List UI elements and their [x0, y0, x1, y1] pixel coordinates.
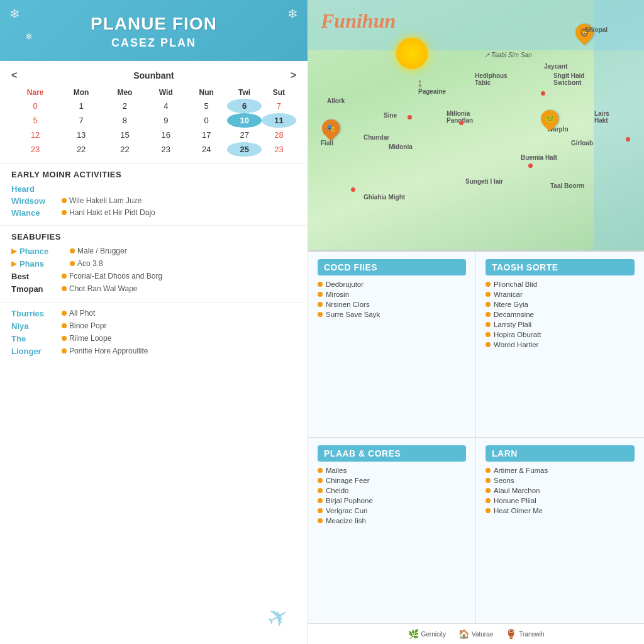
cal-cell[interactable]: 5 — [11, 113, 59, 128]
list-text: Plionchal Blid — [494, 280, 537, 288]
map-char-pageaine: 🧑‍🦯 — [415, 80, 423, 87]
map-label-lairs: LairsHakt — [594, 110, 609, 124]
list-text: Seons — [494, 477, 514, 484]
snowflake-tl: ❄ — [9, 6, 20, 21]
list-item: Chinage Feer — [318, 477, 466, 484]
cal-cell[interactable]: 25 — [227, 142, 261, 157]
cal-cell[interactable]: 11 — [262, 113, 296, 128]
cal-cell[interactable]: 23 — [147, 142, 186, 157]
next-month-button[interactable]: > — [291, 70, 296, 81]
tburrie-desc: Binoe Popr — [62, 321, 106, 330]
list-item: Alaul Marchon — [486, 487, 635, 494]
cal-cell[interactable]: 28 — [262, 128, 296, 142]
map-pin-fiali[interactable]: 🎭 — [322, 119, 340, 137]
cal-cell[interactable]: 13 — [59, 128, 103, 142]
list-dot — [486, 322, 491, 327]
cocd-fiies-box: Cocd Fiies DedbrujutorMirosinNrsinen Clo… — [308, 252, 476, 438]
seafuties-title: Seabufies — [11, 232, 296, 242]
cal-cell[interactable]: 23 — [11, 142, 59, 157]
list-text: Decamnsine — [494, 311, 534, 318]
list-dot — [318, 518, 323, 523]
sea-item: Tmopan Chot Ran Wal Wape — [11, 284, 296, 294]
cal-cell[interactable]: 2 — [103, 99, 146, 113]
cal-cell[interactable]: 27 — [227, 128, 261, 142]
cal-cell[interactable]: 16 — [147, 128, 186, 142]
map-dot-4 — [626, 137, 630, 142]
cal-cell[interactable]: 22 — [59, 142, 103, 157]
activity-item: Wirdsow Wile Hakeli Lam Juze — [11, 196, 296, 206]
list-text: Birjal Puphone — [326, 497, 373, 504]
calendar-month-label: Sounbant — [133, 70, 174, 80]
right-panel: Funihun ↗ Taabl Sim San Allork Sine Page… — [308, 0, 644, 644]
map-label-shgit: Shgit HaidSwicbont — [553, 72, 584, 86]
list-item: Surre Save Sayk — [318, 311, 466, 318]
dot-icon — [70, 248, 75, 253]
list-text: Honune Pliial — [494, 497, 536, 504]
cal-header-meo: Meo — [103, 86, 146, 99]
cal-cell[interactable]: 6 — [227, 99, 261, 113]
list-item: Nrsinen Clors — [318, 301, 466, 308]
cal-header-wid: Wid — [147, 86, 186, 99]
tburrie-desc: Ponifie Hore Approullite — [62, 347, 148, 355]
larn-list: Artimer & FumasSeonsAlaul MarchonHonune … — [486, 467, 635, 514]
list-dot — [486, 282, 491, 287]
list-text: Ntere Gyia — [494, 301, 528, 308]
list-dot — [486, 478, 491, 483]
left-panel: ❄ ❄ ❄ Planue Fion Casez Plan < Sounbant … — [0, 0, 308, 644]
sea-label: Tmopan — [11, 284, 62, 294]
list-text: Chinage Feer — [326, 477, 370, 484]
taosh-sorte-title: Taosh Sorte — [486, 259, 635, 275]
cal-cell[interactable]: 4 — [147, 99, 186, 113]
dot-icon — [62, 198, 67, 203]
cal-cell[interactable]: 12 — [11, 128, 59, 142]
cal-cell[interactable]: 0 — [11, 99, 59, 113]
cal-cell[interactable]: 9 — [147, 113, 186, 128]
list-dot — [318, 498, 323, 503]
tburrie-item: Tburries All Phot — [11, 309, 296, 318]
tburrie-label: The — [11, 334, 62, 343]
cal-cell[interactable]: 15 — [103, 128, 146, 142]
cal-header-nun: Nun — [186, 86, 227, 99]
info-grid: Cocd Fiies DedbrujutorMirosinNrsinen Clo… — [308, 252, 644, 623]
list-dot — [318, 292, 323, 297]
map-area: Funihun ↗ Taabl Sim San Allork Sine Page… — [308, 0, 644, 252]
cal-cell[interactable]: 22 — [103, 142, 146, 157]
list-text: Cheido — [326, 487, 348, 494]
cal-cell[interactable]: 5 — [186, 99, 227, 113]
cal-cell[interactable]: 0 — [186, 113, 227, 128]
cocd-list: DedbrujutorMirosinNrsinen ClorsSurre Sav… — [318, 280, 466, 318]
prev-month-button[interactable]: < — [11, 70, 17, 81]
taosh-list: Plionchal BlidWranicarNtere GyiaDecamnsi… — [486, 280, 635, 348]
tburrie-desc: All Phot — [62, 309, 95, 318]
plaab-cores-box: Plaab & Cores MailesChinage FeerCheidoBi… — [308, 438, 476, 624]
map-label-hedlphous: HedlphousTabic — [475, 72, 508, 86]
sea-item: ▶ Phance Male / Brugger — [11, 247, 296, 256]
list-text: Dedbrujutor — [326, 280, 364, 288]
sea-item: Best Fcorial-Eat Dhoos and Borg — [11, 272, 296, 281]
list-text: Larrsty Plali — [494, 321, 531, 328]
list-dot — [318, 508, 323, 513]
map-dot-6 — [351, 187, 355, 192]
cal-cell[interactable]: 8 — [103, 113, 146, 128]
larn-title: Larn — [486, 445, 635, 462]
list-dot — [486, 508, 491, 513]
activity-item: Wiance Hanl Hakt et Hir Pidt Dajo — [11, 208, 296, 218]
cal-cell[interactable]: 10 — [227, 113, 261, 128]
activity-label: Heard — [11, 184, 62, 194]
cal-cell[interactable]: 7 — [262, 99, 296, 113]
list-item: Verigrac Cun — [318, 507, 466, 514]
dot-icon — [62, 311, 67, 316]
cal-cell[interactable]: 24 — [186, 142, 227, 157]
cal-cell[interactable]: 23 — [262, 142, 296, 157]
cal-cell[interactable]: 17 — [186, 128, 227, 142]
seafuties-list: ▶ Phance Male / Brugger ▶ Phans Aco 3.8 … — [11, 247, 296, 294]
map-pin-warpln[interactable]: 🐸 — [541, 110, 558, 128]
tburrie-item: Niya Binoe Popr — [11, 321, 296, 331]
list-item: Ntere Gyia — [486, 301, 635, 308]
map-label-buemia: Buemia Halt — [521, 154, 557, 161]
list-dot — [486, 342, 491, 347]
app-title: Planue Fion — [13, 14, 295, 34]
cal-cell[interactable]: 7 — [59, 113, 103, 128]
cal-cell[interactable]: 1 — [59, 99, 103, 113]
dot-icon — [70, 261, 75, 266]
